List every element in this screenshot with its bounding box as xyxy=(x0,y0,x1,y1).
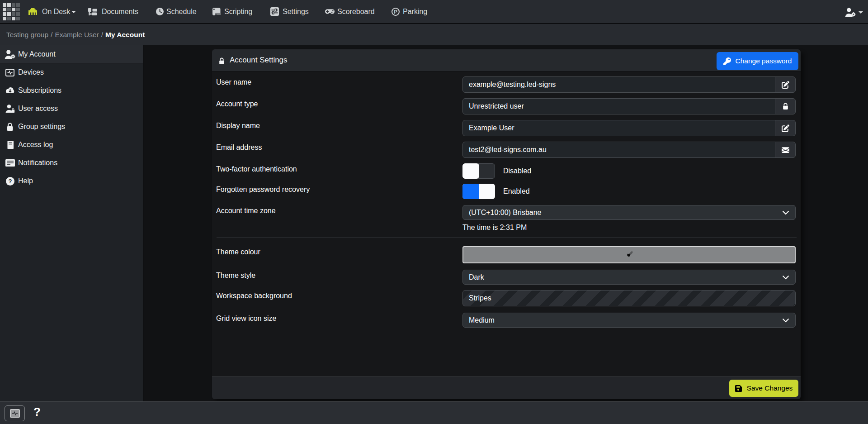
svg-text:?: ? xyxy=(8,178,12,185)
svg-text:P: P xyxy=(394,9,397,14)
